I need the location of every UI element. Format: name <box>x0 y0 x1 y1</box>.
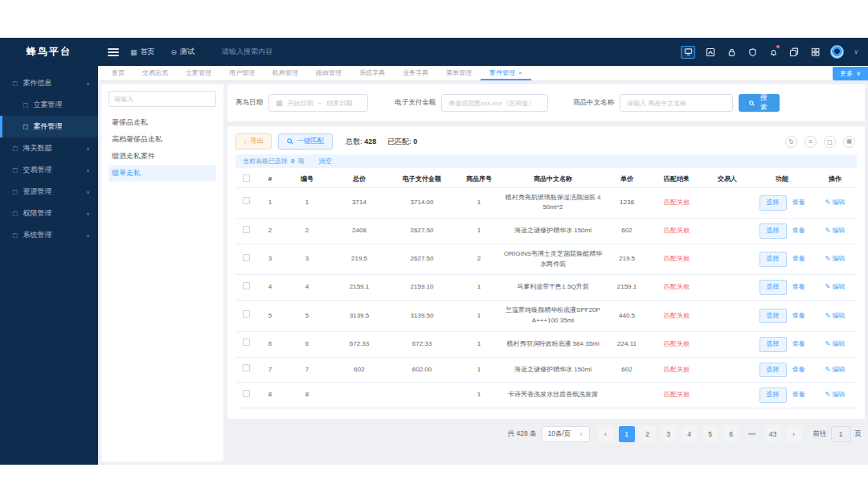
select-button[interactable]: 选择 <box>760 195 787 211</box>
sidebar-item-案件管理[interactable]: □案件管理 <box>0 116 98 137</box>
tab-业务字典[interactable]: 业务字典 <box>394 66 437 80</box>
user-menu-caret-icon[interactable]: ∨ <box>854 48 858 55</box>
search-button[interactable]: 搜索 <box>739 94 780 112</box>
tab-交易总览[interactable]: 交易总览 <box>133 66 177 80</box>
page-button-1[interactable]: 1 <box>619 426 635 442</box>
product-name-input[interactable]: 请输入 商品中文名称 <box>620 94 733 112</box>
nav-item-test[interactable]: ⊖ 测试 <box>171 47 195 57</box>
select-button[interactable]: 选择 <box>760 337 787 352</box>
category-item-高档奢侈品走私[interactable]: 高档奢侈品走私 <box>108 131 216 148</box>
apps-grid-icon[interactable] <box>809 47 821 58</box>
select-button[interactable]: 选择 <box>760 280 787 295</box>
row-checkbox[interactable] <box>243 364 250 371</box>
sidebar-item-交易管理[interactable]: □交易管理∨ <box>0 159 98 181</box>
tab-label: 业务字典 <box>403 68 428 77</box>
tab-路由管理[interactable]: 路由管理 <box>307 66 350 80</box>
tab-首页[interactable]: 首页 <box>103 66 133 80</box>
row-checkbox[interactable] <box>243 282 250 289</box>
view-link[interactable]: 查看 <box>792 312 805 319</box>
goto-page-input[interactable]: 1 <box>831 426 851 442</box>
select-button[interactable]: 选择 <box>760 309 787 324</box>
tab-立案管理[interactable]: 立案管理 <box>177 66 220 80</box>
view-link[interactable]: 查看 <box>792 340 805 347</box>
tab-机构管理[interactable]: 机构管理 <box>264 66 307 80</box>
edit-link[interactable]: ✎ 编辑 <box>825 283 845 290</box>
column-settings-icon[interactable]: ▦ <box>843 136 855 148</box>
select-all-checkbox[interactable] <box>243 174 250 182</box>
row-checkbox[interactable] <box>243 254 250 261</box>
select-button[interactable]: 选择 <box>760 252 787 267</box>
sidebar-item-资源管理[interactable]: □资源管理∨ <box>0 181 98 203</box>
sidebar-item-案件信息[interactable]: □案件信息∧ <box>0 72 98 94</box>
trader-cell <box>703 357 751 383</box>
page-size-select[interactable]: 10条/页 ∨ <box>542 426 590 442</box>
cell: 2408 <box>330 219 388 244</box>
export-button[interactable]: ↓ 导出 <box>235 133 272 150</box>
fullscreen-icon[interactable]: ◻ <box>824 136 836 148</box>
hamburger-menu-icon[interactable] <box>108 48 119 56</box>
tab-菜单管理[interactable]: 菜单管理 <box>437 66 481 80</box>
select-button[interactable]: 选择 <box>760 223 787 239</box>
row-checkbox[interactable] <box>243 226 250 233</box>
view-link[interactable]: 查看 <box>792 199 805 206</box>
copy-docs-icon[interactable] <box>788 47 800 58</box>
sidebar-item-立案管理[interactable]: □立案管理 <box>0 94 98 116</box>
cell: 1 <box>284 187 330 219</box>
more-tabs-button[interactable]: 更多∨ <box>833 67 868 80</box>
edit-link[interactable]: ✎ 编辑 <box>825 312 845 319</box>
edit-link[interactable]: ✎ 编辑 <box>825 227 845 234</box>
sidebar-item-系统管理[interactable]: □系统管理∨ <box>0 224 98 246</box>
tab-用户管理[interactable]: 用户管理 <box>220 66 264 80</box>
page-button-4[interactable]: 4 <box>682 426 698 442</box>
edit-link[interactable]: ✎ 编辑 <box>825 199 845 206</box>
user-avatar[interactable] <box>830 45 844 59</box>
page-button-6[interactable]: 6 <box>723 426 739 442</box>
cell: 219.5 <box>330 244 388 275</box>
view-link[interactable]: 查看 <box>792 391 805 398</box>
select-button[interactable]: 选择 <box>760 388 787 403</box>
screenshot-icon[interactable] <box>705 47 716 58</box>
row-checkbox[interactable] <box>243 310 250 318</box>
category-item-奢侈品走私[interactable]: 奢侈品走私 <box>108 114 216 131</box>
one-click-match-button[interactable]: 一键匹配 <box>278 133 333 150</box>
amount-input[interactable]: 单值或范围xxx-xxx（区间值） <box>441 94 548 112</box>
page-button-3[interactable]: 3 <box>661 426 677 442</box>
category-item-烟草走私[interactable]: 烟草走私 <box>108 165 216 182</box>
row-checkbox[interactable] <box>243 197 250 204</box>
page-button-2[interactable]: 2 <box>640 426 656 442</box>
cell: 海蓝之谜修护精华水 150ml <box>502 219 604 244</box>
edit-link[interactable]: ✎ 编辑 <box>825 366 845 373</box>
select-button[interactable]: 选择 <box>760 363 787 378</box>
sidebar-item-权限管理[interactable]: □权限管理∨ <box>0 203 98 224</box>
row-checkbox[interactable] <box>243 338 250 346</box>
edit-link[interactable]: ✎ 编辑 <box>825 391 845 398</box>
sidebar-item-海关数据[interactable]: □海关数据∨ <box>0 137 98 159</box>
refresh-icon[interactable]: ↻ <box>785 136 797 148</box>
theme-shield-icon[interactable] <box>747 47 758 58</box>
lock-icon[interactable] <box>726 47 737 58</box>
global-search-input[interactable]: 请输入搜索内容 <box>222 47 272 57</box>
sidebar: □案件信息∧□立案管理□案件管理□海关数据∨□交易管理∨□资源管理∨□权限管理∨… <box>0 66 98 465</box>
view-link[interactable]: 查看 <box>792 255 805 262</box>
page-button-43[interactable]: 43 <box>765 426 781 442</box>
close-icon[interactable]: × <box>518 69 522 76</box>
density-icon[interactable]: ≡ <box>805 136 817 148</box>
row-checkbox[interactable] <box>243 390 250 397</box>
edit-link[interactable]: ✎ 编辑 <box>825 340 845 347</box>
next-page-button[interactable]: › <box>786 426 802 442</box>
tab-系统字典[interactable]: 系统字典 <box>350 66 394 80</box>
bell-icon[interactable] <box>768 47 779 58</box>
category-search-input[interactable]: 请输入 <box>108 91 216 107</box>
view-link[interactable]: 查看 <box>792 227 805 234</box>
view-link[interactable]: 查看 <box>792 366 805 373</box>
prev-page-button[interactable]: ‹ <box>598 426 614 442</box>
date-range-picker[interactable]: ▦ 开始日期 ~ 结束日期 <box>268 94 368 112</box>
category-item-烟酒走私案件[interactable]: 烟酒走私案件 <box>108 148 216 165</box>
clear-selection-link[interactable]: 清空 <box>318 157 331 166</box>
edit-link[interactable]: ✎ 编辑 <box>825 255 845 262</box>
page-button-5[interactable]: 5 <box>702 426 719 442</box>
nav-item-home[interactable]: ▦ 首页 <box>130 47 155 57</box>
view-link[interactable]: 查看 <box>792 283 805 290</box>
monitor-icon[interactable] <box>681 46 695 59</box>
tab-案件管理[interactable]: 案件管理× <box>481 66 531 80</box>
